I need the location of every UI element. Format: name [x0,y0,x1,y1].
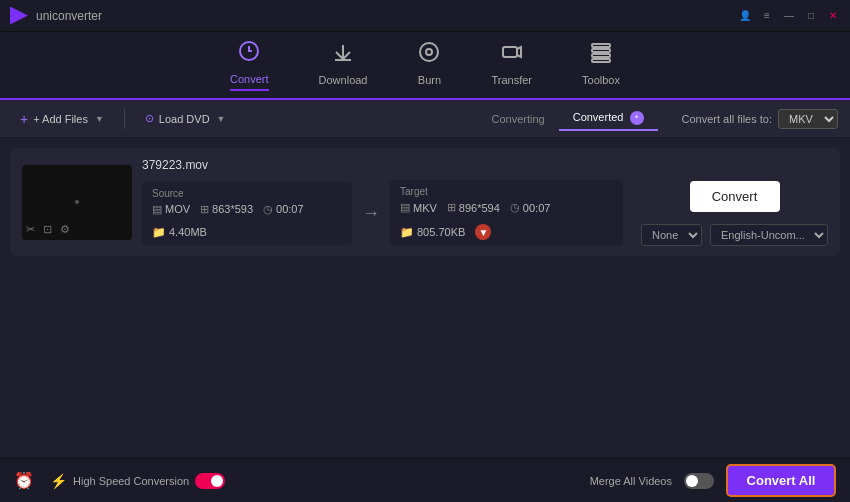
convert-btn-wrapper: Convert None English-Uncom... [641,181,828,246]
svg-rect-7 [592,54,610,57]
settings-icon[interactable]: ⚙ [60,223,70,236]
user-icon[interactable]: 👤 [738,9,752,23]
tab-group: Converting Converted * [477,107,657,131]
convert-all-to-section: Convert all files to: MKV MP4 AVI MOV [682,109,838,129]
svg-rect-6 [592,49,610,52]
speed-label: High Speed Conversion [73,475,189,487]
menu-icon[interactable]: ≡ [760,9,774,23]
source-duration-value: 00:07 [276,203,304,215]
minimize-button[interactable]: — [782,9,796,23]
title-bar-left: uniconverter [10,7,102,25]
sub-options: None English-Uncom... [641,224,828,246]
target-format: ▤ MKV [400,201,437,214]
source-size: 📁 4.40MB [152,226,207,239]
burn-label: Burn [418,74,441,86]
speed-toggle[interactable] [195,473,225,489]
toolbar-separator [124,109,125,129]
maximize-button[interactable]: □ [804,9,818,23]
target-size: 📁 805.70KB [400,226,465,239]
source-box: Source ▤ MOV ⊞ 863*593 ◷ 00:07 [142,182,352,245]
target-label: Target [400,186,613,197]
svg-rect-5 [592,44,610,47]
svg-rect-8 [592,59,610,62]
convert-all-button[interactable]: Convert All [726,464,836,497]
target-dropdown-btn[interactable]: ▼ [475,224,491,240]
size-icon: 📁 [152,226,166,239]
file-thumbnail: ✂ ⊡ ⚙ [22,165,132,240]
crop-icon[interactable]: ⊡ [43,223,52,236]
audio-track-select[interactable]: English-Uncom... [710,224,828,246]
merge-label: Merge All Videos [590,475,672,487]
toolbox-icon [589,40,613,70]
download-icon [331,40,355,70]
speed-section: ⚡ High Speed Conversion [50,473,225,489]
bottom-right: Merge All Videos Convert All [590,464,836,497]
bottom-left: ⏰ ⚡ High Speed Conversion [14,471,574,490]
subtitle-select[interactable]: None [641,224,702,246]
title-bar-controls: 👤 ≡ — □ ✕ [738,9,840,23]
load-dvd-label: Load DVD [159,113,210,125]
app-name: uniconverter [36,9,102,23]
nav-bar: Convert Download Burn Transfer [0,32,850,100]
source-format: ▤ MOV [152,203,190,216]
source-target-row: Source ▤ MOV ⊞ 863*593 ◷ 00:07 [142,180,828,246]
bottom-bar: ⏰ ⚡ High Speed Conversion Merge All Vide… [0,458,850,502]
burn-icon [417,40,441,70]
source-duration: ◷ 00:07 [263,203,304,216]
clock-icon[interactable]: ⏰ [14,471,34,490]
close-button[interactable]: ✕ [826,9,840,23]
resolution-icon: ⊞ [200,203,209,216]
bolt-icon: ⚡ [50,473,67,489]
source-label: Source [152,188,342,199]
svg-point-2 [420,43,438,61]
convert-file-button[interactable]: Convert [690,181,780,212]
tab-converted[interactable]: Converted * [559,107,658,131]
source-details: ▤ MOV ⊞ 863*593 ◷ 00:07 📁 [152,203,342,239]
title-bar: uniconverter 👤 ≡ — □ ✕ [0,0,850,32]
load-dvd-button[interactable]: ⊙ Load DVD ▼ [137,109,234,128]
nav-item-burn[interactable]: Burn [417,40,441,90]
source-format-value: MOV [165,203,190,215]
download-label: Download [319,74,368,86]
target-dur-icon: ◷ [510,201,520,214]
transfer-icon [500,40,524,70]
file-item: ✂ ⊡ ⚙ 379223.mov Source ▤ MOV [10,148,840,256]
svg-point-3 [426,49,432,55]
toolbar: + + Add Files ▼ ⊙ Load DVD ▼ Converting … [0,100,850,138]
file-info: 379223.mov Source ▤ MOV ⊞ 863*593 [142,158,828,246]
tab-converting[interactable]: Converting [477,109,558,129]
target-resolution-value: 896*594 [459,202,500,214]
merge-toggle[interactable] [684,473,714,489]
arrow-icon: → [362,203,380,224]
nav-item-download[interactable]: Download [319,40,368,90]
target-details: ▤ MKV ⊞ 896*594 ◷ 00:07 📁 [400,201,613,240]
nav-item-transfer[interactable]: Transfer [491,40,532,90]
convert-icon [237,39,261,69]
source-size-value: 4.40MB [169,226,207,238]
target-resolution: ⊞ 896*594 [447,201,500,214]
cut-icon[interactable]: ✂ [26,223,35,236]
target-duration-value: 00:07 [523,202,551,214]
target-size-value: 805.70KB [417,226,465,238]
nav-item-convert[interactable]: Convert [230,39,269,91]
nav-item-toolbox[interactable]: Toolbox [582,40,620,90]
svg-rect-4 [503,47,517,57]
app-logo-icon [10,7,28,25]
target-format-value: MKV [413,202,437,214]
load-dvd-dropdown-icon[interactable]: ▼ [217,114,226,124]
target-format-icon: ▤ [400,201,410,214]
add-files-dropdown-icon[interactable]: ▼ [95,114,104,124]
converted-badge: * [630,111,644,125]
source-resolution: ⊞ 863*593 [200,203,253,216]
source-resolution-value: 863*593 [212,203,253,215]
toolbox-label: Toolbox [582,74,620,86]
transfer-label: Transfer [491,74,532,86]
thumb-controls: ✂ ⊡ ⚙ [26,223,70,236]
file-name: 379223.mov [142,158,828,172]
convert-label: Convert [230,73,269,85]
convert-all-to-label: Convert all files to: [682,113,772,125]
add-files-button[interactable]: + + Add Files ▼ [12,108,112,130]
format-select[interactable]: MKV MP4 AVI MOV [778,109,838,129]
target-size-icon: 📁 [400,226,414,239]
duration-icon: ◷ [263,203,273,216]
